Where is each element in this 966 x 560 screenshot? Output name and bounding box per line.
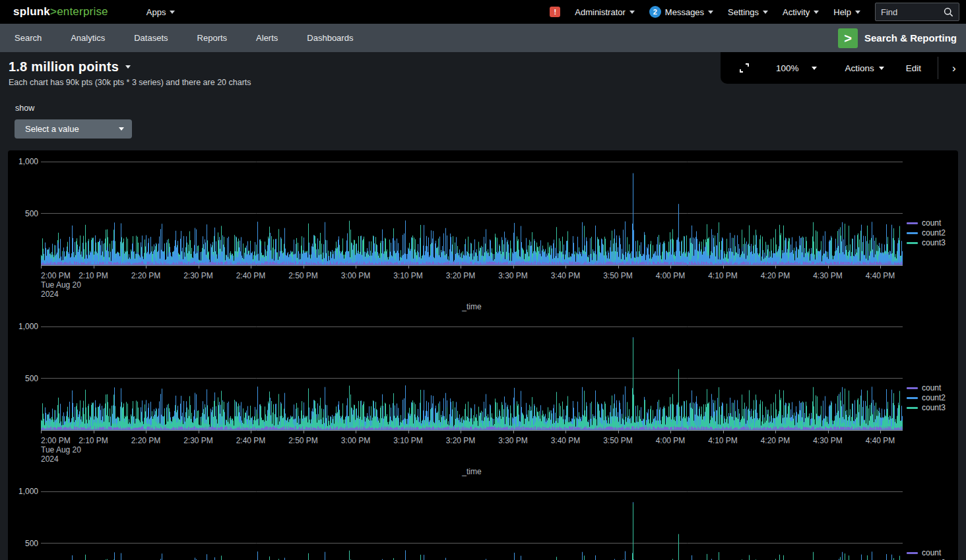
x-tick-label: 2:40 PM	[236, 271, 266, 280]
zoom-level-dropdown[interactable]: 100%	[776, 63, 817, 73]
messages-menu[interactable]: 2 Messages	[649, 6, 713, 18]
x-tick-label: 4:40 PM	[866, 436, 895, 445]
x-tick-label: 4:30 PM	[813, 436, 843, 445]
dashboard-canvas: 1,000 500 2:00 PM2:10 PM2:20 PM2:30 PM2:…	[8, 150, 958, 560]
legend-item-count[interactable]: count	[907, 220, 946, 227]
select-value-dropdown[interactable]: Select a value	[15, 119, 132, 139]
page-subtitle: Each chart has 90k pts (30k pts * 3 seri…	[9, 78, 251, 87]
fullscreen-icon[interactable]	[739, 63, 750, 73]
x-tick-label: 2:40 PM	[236, 436, 266, 445]
chevron-down-icon	[879, 67, 884, 70]
y-axis-tick-500: 500	[8, 209, 38, 218]
legend-label: count	[922, 220, 941, 227]
x-tick-label: 4:20 PM	[761, 271, 790, 280]
help-menu[interactable]: Help	[833, 7, 860, 17]
apps-menu-label: Apps	[146, 7, 166, 17]
count-swatch-icon	[907, 552, 918, 554]
chart-legend: countcount2count3	[907, 385, 946, 412]
chevron-down-icon	[708, 11, 713, 14]
x-tick-label: 2:00 PM	[41, 271, 71, 280]
x-tick-label: 2:10 PM	[79, 271, 108, 280]
chart-legend: countcount2count3	[907, 549, 946, 560]
toolbar-divider	[938, 57, 938, 79]
page-title: 1.8 million points	[9, 59, 119, 75]
x-tick-label: 3:00 PM	[341, 436, 371, 445]
show-input-label: show	[15, 104, 34, 113]
x-tick-label: 3:10 PM	[393, 271, 423, 280]
count3-swatch-icon	[907, 242, 918, 244]
edit-button[interactable]: Edit	[906, 63, 921, 73]
y-axis-tick-1000: 1,000	[8, 322, 38, 331]
actions-dropdown[interactable]: Actions	[845, 63, 884, 73]
chevron-down-icon	[812, 67, 817, 70]
legend-item-count[interactable]: count	[907, 549, 946, 557]
chevron-down-icon	[119, 127, 124, 131]
find-search-box[interactable]	[875, 3, 959, 21]
chart-legend: countcount2count3	[907, 220, 946, 247]
x-tick-label: 4:00 PM	[656, 436, 686, 445]
x-axis-date-label: Tue Aug 202024	[41, 445, 81, 464]
logo-chevron: >	[50, 5, 57, 18]
activity-menu[interactable]: Activity	[783, 7, 819, 17]
edit-label: Edit	[906, 63, 921, 73]
legend-label: count	[922, 385, 941, 392]
apps-menu[interactable]: Apps	[146, 7, 176, 17]
nav-datasets[interactable]: Datasets	[134, 33, 168, 43]
chevron-down-icon	[170, 11, 175, 14]
alert-icon[interactable]: !	[550, 7, 560, 17]
chevron-down-icon	[629, 11, 635, 14]
messages-label: Messages	[665, 7, 704, 17]
dashboard-toolbar: 100% Actions Edit ›	[721, 52, 966, 84]
actions-label: Actions	[845, 63, 874, 73]
x-tick-label: 3:40 PM	[551, 436, 581, 445]
legend-item-count3[interactable]: count3	[907, 239, 946, 247]
count-swatch-icon	[907, 387, 918, 389]
legend-label: count2	[922, 394, 946, 402]
settings-menu[interactable]: Settings	[728, 7, 768, 17]
find-input[interactable]	[881, 7, 940, 17]
legend-item-count2[interactable]: count2	[907, 394, 946, 402]
x-tick-label: 3:50 PM	[603, 436, 633, 445]
toolbar-more-chevron-icon[interactable]: ›	[952, 63, 956, 74]
legend-label: count3	[922, 239, 946, 247]
help-label: Help	[833, 7, 851, 17]
x-axis-title: _time	[41, 467, 903, 476]
legend-item-count2[interactable]: count2	[907, 230, 946, 237]
x-tick-label: 4:10 PM	[708, 271, 738, 280]
activity-label: Activity	[783, 7, 810, 17]
x-tick-label: 2:00 PM	[41, 436, 71, 445]
x-tick-label: 2:50 PM	[288, 271, 318, 280]
legend-item-count[interactable]: count	[907, 385, 946, 392]
x-tick-label: 3:10 PM	[393, 436, 423, 445]
legend-item-count3[interactable]: count3	[907, 404, 946, 412]
legend-label: count3	[922, 404, 946, 412]
title-dropdown-icon[interactable]	[125, 65, 131, 69]
chevron-down-icon	[763, 11, 768, 14]
chevron-down-icon	[855, 11, 860, 14]
nav-search[interactable]: Search	[15, 33, 42, 43]
settings-label: Settings	[728, 7, 759, 17]
search-icon[interactable]	[944, 7, 953, 17]
administrator-menu[interactable]: Administrator	[575, 7, 635, 17]
timeseries-plot[interactable]	[41, 491, 903, 560]
x-tick-label: 4:40 PM	[866, 271, 895, 280]
x-tick-label: 3:40 PM	[551, 271, 581, 280]
app-name: Search & Reporting	[864, 32, 957, 44]
x-tick-label: 4:00 PM	[656, 271, 686, 280]
logo-product: enterprise	[57, 5, 108, 18]
x-tick-label: 4:10 PM	[708, 436, 738, 445]
app-badge[interactable]: > Search & Reporting	[838, 28, 957, 48]
nav-alerts[interactable]: Alerts	[256, 33, 278, 43]
logo-brand: splunk	[13, 5, 50, 18]
legend-label: count2	[922, 230, 946, 237]
nav-analytics[interactable]: Analytics	[71, 33, 105, 43]
timeseries-plot[interactable]	[41, 326, 903, 435]
chart-2: 1,000 500 2:00 PM2:10 PM2:20 PM2:30 PM2:…	[8, 321, 958, 485]
timeseries-plot[interactable]	[41, 161, 903, 270]
nav-reports[interactable]: Reports	[197, 33, 228, 43]
x-tick-label: 3:30 PM	[498, 436, 528, 445]
x-axis-ticks: 2:00 PM2:10 PM2:20 PM2:30 PM2:40 PM2:50 …	[41, 271, 903, 280]
x-axis-title: _time	[41, 302, 903, 311]
nav-dashboards[interactable]: Dashboards	[307, 33, 353, 43]
splunk-logo[interactable]: splunk>enterprise	[13, 5, 108, 18]
